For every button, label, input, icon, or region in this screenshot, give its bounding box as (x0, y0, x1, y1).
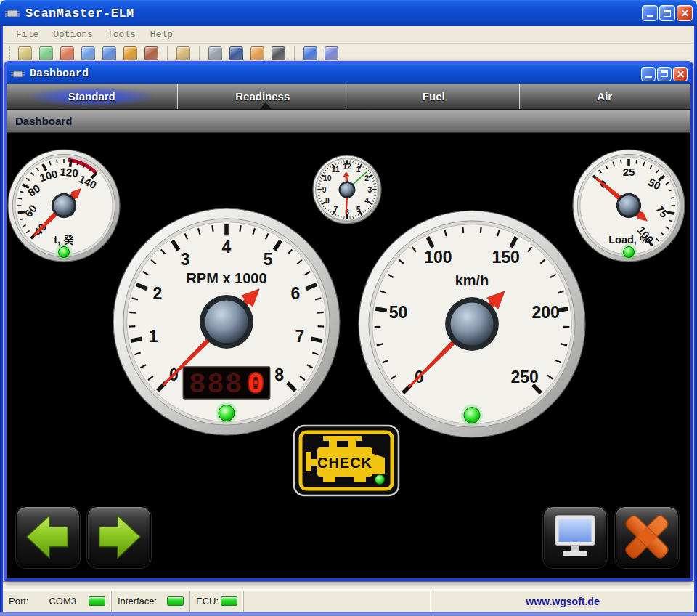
previous-page-button[interactable] (16, 506, 80, 568)
menu-help[interactable]: Help (143, 28, 180, 41)
svg-text:120: 120 (60, 166, 78, 179)
info-icon[interactable] (303, 46, 317, 60)
gauge-icon[interactable] (272, 46, 285, 60)
coolant-gauge-face: 406080100120140t, 癸 (7, 149, 121, 262)
svg-text:1: 1 (149, 327, 158, 346)
svg-text:2: 2 (153, 284, 163, 303)
dashboard-minimize-button[interactable] (641, 67, 656, 81)
next-page-button[interactable] (87, 506, 151, 568)
check-engine-indicator: CHECK (293, 424, 400, 497)
svg-text:1: 1 (356, 166, 361, 174)
svg-text:50: 50 (389, 303, 408, 322)
svg-text:8: 8 (274, 365, 284, 384)
svg-text:4: 4 (222, 238, 232, 256)
app-titlebar[interactable]: ScanMaster-ELM (0, 0, 697, 26)
close-icon (681, 9, 689, 17)
window-border-bottom (0, 612, 697, 616)
svg-text:10: 10 (323, 174, 332, 182)
rpm-gauge-face: 012345678RPM x 100088800 (113, 208, 341, 436)
svg-text:150: 150 (492, 248, 519, 267)
connect-globe-icon[interactable] (39, 46, 53, 60)
menu-file[interactable]: File (9, 28, 46, 41)
user-icon[interactable] (144, 46, 158, 60)
close-dashboard-button[interactable] (615, 506, 679, 568)
svg-text:9: 9 (322, 186, 327, 194)
app-chip-icon (4, 7, 20, 19)
section-header: Dashboard (7, 110, 690, 133)
svg-text:Load, %: Load, % (608, 234, 649, 246)
tab-fuel[interactable]: Fuel (348, 84, 520, 109)
port-label: Port: (9, 596, 28, 607)
svg-text:6: 6 (291, 284, 301, 303)
close-button[interactable] (677, 5, 693, 21)
chart-icon[interactable] (123, 46, 137, 60)
svg-text:km/h: km/h (455, 272, 489, 288)
monitor-icon (544, 507, 606, 567)
svg-text:8: 8 (325, 197, 330, 205)
svg-text:3: 3 (180, 250, 189, 269)
check-engine-led (375, 475, 385, 485)
interface-led-indicator (167, 596, 184, 606)
dashboard-titlebar[interactable]: Dashboard (7, 64, 690, 84)
toolbar-grip[interactable] (9, 46, 11, 60)
svg-text:4: 4 (364, 197, 369, 205)
coolant-temperature-gauge: 406080100120140t, 癸 (7, 149, 121, 262)
minimize-icon (645, 76, 652, 78)
document-icon[interactable] (250, 46, 264, 60)
menu-options[interactable]: Options (46, 28, 100, 41)
book-icon[interactable] (325, 46, 338, 60)
maximize-icon (661, 70, 668, 77)
svg-text:25: 25 (623, 166, 635, 178)
svg-text:5: 5 (264, 250, 273, 269)
windows-pair-icon[interactable] (81, 46, 95, 60)
tab-notch-indicator (260, 102, 272, 109)
svg-text:0: 0 (248, 369, 264, 401)
website-link[interactable]: www.wgsoft.de (526, 596, 599, 607)
tab-standard[interactable]: Standard (7, 84, 178, 109)
status-ecu-panel: ECU: (190, 591, 244, 612)
window-icon[interactable] (102, 46, 116, 60)
speed-gauge: 050100150200250km/h (358, 210, 586, 438)
close-icon (677, 70, 685, 78)
status-empty-panel (244, 591, 431, 612)
port-led-indicator (89, 596, 105, 606)
check-engine-label: CHECK (317, 455, 372, 471)
report-document-icon[interactable] (60, 46, 74, 60)
interface-label: Interface: (118, 596, 157, 607)
status-port-panel: Port: COM3 (3, 591, 112, 612)
svg-text:250: 250 (511, 368, 539, 386)
svg-text:100: 100 (424, 248, 452, 267)
svg-text:11: 11 (332, 166, 340, 174)
fullscreen-button[interactable] (543, 506, 607, 568)
main-window: ScanMaster-ELM File Options Tools Help P… (0, 0, 697, 616)
ecu-led-indicator (221, 596, 237, 606)
dashboard-maximize-button[interactable] (657, 67, 672, 81)
svg-text:RPM x 1000: RPM x 1000 (186, 270, 266, 286)
arrow-left-icon (27, 516, 68, 559)
menu-tools[interactable]: Tools (100, 28, 143, 41)
trash-icon[interactable] (18, 46, 32, 60)
menubar: File Options Tools Help (3, 26, 694, 44)
engine-load-gauge: 0255075100Load, % (572, 149, 685, 262)
dashboard-close-button[interactable] (673, 67, 688, 81)
dashboard-chip-icon (11, 69, 25, 79)
clipboard-icon[interactable] (176, 46, 190, 60)
svg-text:7: 7 (295, 327, 304, 346)
dashboard-area: 406080100120140t, 癸 123456789101112 0255… (7, 133, 690, 578)
monitor-icon[interactable] (208, 46, 222, 60)
arrow-right-icon (99, 516, 141, 559)
minimize-icon (647, 15, 653, 17)
minimize-button[interactable] (642, 5, 658, 21)
load-gauge-face: 0255075100Load, % (572, 149, 685, 262)
statusbar: Port: COM3 Interface: ECU: www.wgsoft.de (3, 590, 694, 612)
dashboard-title: Dashboard (30, 68, 89, 80)
close-x-icon (616, 507, 678, 567)
screen-icon[interactable] (229, 46, 243, 60)
speed-gauge-face: 050100150200250km/h (358, 210, 586, 438)
svg-text:3: 3 (368, 186, 372, 194)
tab-air[interactable]: Air (520, 84, 691, 109)
maximize-button[interactable] (659, 5, 675, 21)
toolbar-separator (167, 46, 168, 60)
client-strip (3, 581, 694, 590)
svg-text:12: 12 (343, 163, 351, 171)
